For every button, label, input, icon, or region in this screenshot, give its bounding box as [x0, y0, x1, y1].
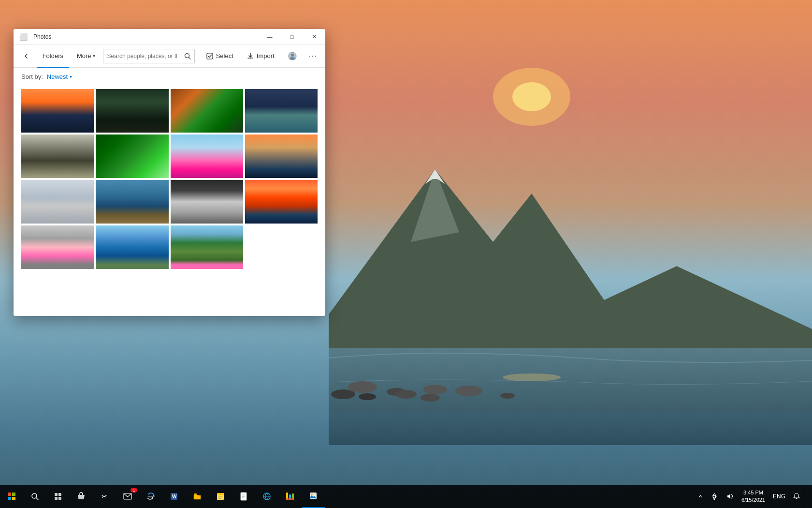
photos-app-icon: ⬜ [19, 33, 28, 41]
photo-item[interactable] [245, 134, 318, 178]
sort-dropdown[interactable]: Newest ▾ [47, 73, 72, 80]
svg-line-18 [189, 57, 191, 59]
folders-tab[interactable]: Folders [37, 47, 69, 65]
more-chevron-icon: ▾ [93, 53, 95, 59]
photo-item[interactable] [21, 180, 94, 224]
mail-badge: 1 [130, 488, 137, 493]
sort-bar: Sort by: Newest ▾ [14, 68, 325, 85]
volume-button[interactable] [722, 485, 738, 508]
photo-item[interactable] [96, 225, 168, 269]
svg-point-8 [348, 381, 377, 393]
title-controls: — □ ✕ [259, 29, 325, 45]
sticky-notes-button[interactable] [209, 485, 232, 508]
minimize-button[interactable]: — [259, 29, 281, 45]
photo-item[interactable] [171, 225, 243, 269]
sort-label: Sort by: [21, 73, 43, 80]
language-label: ENG [773, 493, 785, 500]
clock-time: 3:45 PM 6/15/2021 [741, 489, 765, 504]
mail-icon [123, 493, 132, 500]
bing-button[interactable] [278, 485, 302, 508]
svg-point-14 [500, 393, 515, 399]
windows-logo-icon [8, 493, 15, 500]
photo-row [21, 225, 318, 269]
more-tab[interactable]: More ▾ [71, 47, 101, 65]
ie-button[interactable] [255, 485, 278, 508]
import-button[interactable]: Import [241, 48, 280, 64]
photo-item[interactable] [96, 180, 168, 224]
edge-icon [146, 492, 155, 501]
photo-item[interactable] [21, 89, 94, 133]
mail-button[interactable]: 1 [116, 485, 139, 508]
more-options-button[interactable]: ··· [304, 48, 321, 64]
snip-button[interactable]: ✂ [93, 485, 116, 508]
svg-point-16 [420, 394, 440, 402]
svg-rect-31 [194, 493, 197, 495]
taskbar-right: 3:45 PM 6/15/2021 ENG [694, 485, 812, 508]
word-button[interactable]: W [162, 485, 186, 508]
window-title: Photos [33, 33, 51, 40]
photo-row [21, 180, 318, 224]
photo-item[interactable] [171, 134, 243, 178]
word-icon: W [170, 492, 178, 501]
nav-bar: Folders More ▾ Select [14, 45, 325, 68]
svg-rect-25 [58, 493, 61, 496]
store-button[interactable] [70, 485, 93, 508]
photo-item[interactable] [171, 180, 243, 224]
clock-display[interactable]: 3:45 PM 6/15/2021 [738, 485, 769, 508]
start-button[interactable] [0, 485, 23, 508]
search-icon [184, 53, 191, 60]
search-button[interactable] [181, 49, 194, 63]
network-button[interactable] [707, 485, 722, 508]
photo-item[interactable] [245, 89, 318, 133]
svg-rect-26 [55, 497, 58, 500]
search-input[interactable] [103, 49, 181, 63]
sort-value: Newest [47, 73, 68, 80]
edge-button[interactable] [139, 485, 162, 508]
language-button[interactable]: ENG [769, 485, 789, 508]
tray-up-icon [698, 494, 703, 499]
select-button[interactable]: Select [201, 48, 239, 64]
svg-point-11 [359, 393, 376, 400]
close-button[interactable]: ✕ [303, 29, 325, 45]
profile-icon [288, 52, 297, 60]
taskbar: ✂ 1 W [0, 485, 812, 508]
svg-point-15 [331, 389, 355, 399]
task-view-button[interactable] [46, 485, 70, 508]
explorer-icon [193, 492, 202, 501]
svg-point-2 [512, 82, 551, 111]
photos-taskbar-button[interactable] [302, 485, 325, 508]
import-icon [247, 53, 254, 60]
taskbar-search-button[interactable] [23, 485, 46, 508]
volume-icon [726, 493, 734, 500]
task-view-icon [54, 493, 62, 500]
photos-window: ⬜ Photos — □ ✕ Folders More ▾ [14, 29, 325, 316]
more-options-icon: ··· [308, 52, 318, 60]
profile-button[interactable] [282, 48, 303, 64]
photos-taskbar-icon [309, 492, 318, 500]
svg-point-13 [455, 386, 482, 396]
taskbar-left: ✂ 1 W [0, 485, 325, 508]
photo-item[interactable] [21, 134, 94, 178]
svg-rect-33 [217, 493, 224, 495]
explorer-button[interactable] [186, 485, 209, 508]
maximize-button[interactable]: □ [281, 29, 303, 45]
photo-item[interactable] [21, 225, 94, 269]
title-bar: ⬜ Photos — □ ✕ [14, 29, 325, 45]
photo-item[interactable] [171, 89, 243, 133]
tray-up-button[interactable] [694, 485, 707, 508]
svg-point-46 [311, 493, 313, 495]
photo-item[interactable] [245, 180, 318, 224]
notepad-button[interactable] [232, 485, 255, 508]
photo-grid [14, 85, 325, 316]
show-desktop-button[interactable] [804, 485, 812, 508]
sort-chevron-icon: ▾ [70, 74, 72, 79]
notification-button[interactable] [789, 485, 804, 508]
notification-icon [793, 493, 800, 500]
photo-item[interactable] [96, 134, 168, 178]
back-button[interactable] [17, 47, 35, 65]
sticky-notes-icon [216, 492, 225, 501]
svg-point-12 [395, 390, 417, 399]
photo-item[interactable] [96, 89, 168, 133]
svg-rect-24 [55, 493, 58, 496]
svg-rect-44 [286, 498, 294, 500]
